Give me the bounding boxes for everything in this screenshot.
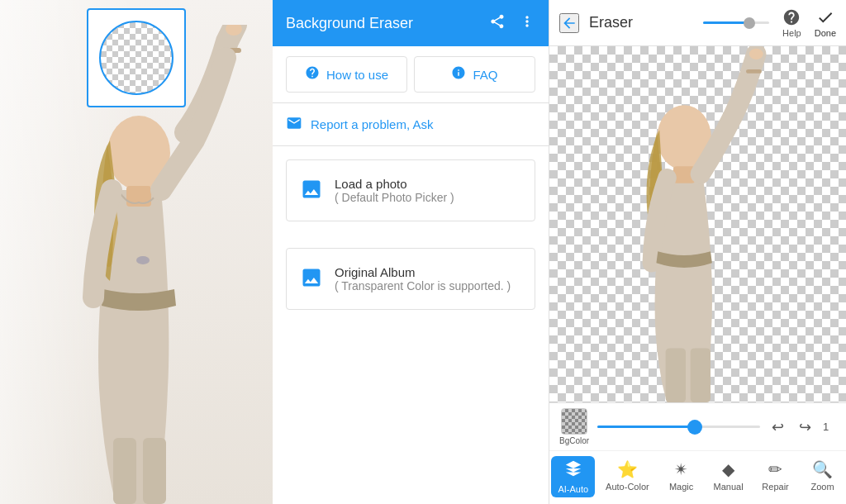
load-photo-subtitle: ( Default Photo Picker ): [335, 191, 454, 204]
tool-repair[interactable]: ✏ Repair: [754, 456, 797, 497]
more-icon[interactable]: [519, 13, 535, 34]
auto-color-icon: ⭐: [617, 459, 638, 479]
bgcolor-label: BgColor: [559, 436, 589, 445]
editor-header-right: Help Done: [703, 8, 836, 38]
photo-preview-panel: [0, 0, 273, 504]
original-album-card[interactable]: Original Album ( Transparent Color is su…: [286, 248, 535, 310]
load-photo-text: Load a photo ( Default Photo Picker ): [335, 177, 454, 204]
svg-rect-3: [126, 186, 151, 207]
tool-ai-auto[interactable]: AI-Auto: [551, 456, 595, 497]
editor-bottom-bar: BgColor ↩ ↪ 1 AI-Auto ⭐: [549, 402, 846, 504]
thumbnail-preview: [87, 8, 186, 107]
header-icons: [489, 13, 535, 34]
tool-manual[interactable]: ◆ Manual: [707, 456, 750, 497]
zoom-label: Zoom: [810, 482, 834, 492]
undo-button[interactable]: ↩: [768, 415, 787, 440]
manual-icon: ◆: [722, 459, 734, 479]
help-label: Help: [782, 28, 801, 38]
svg-point-6: [136, 256, 150, 264]
help-circle-icon: [305, 65, 320, 83]
bgcolor-control[interactable]: BgColor: [559, 408, 589, 445]
magic-label: Magic: [669, 482, 693, 492]
load-photo-title: Load a photo: [335, 177, 454, 191]
repair-icon: ✏: [768, 459, 782, 479]
tool-auto-color[interactable]: ⭐ Auto-Color: [599, 456, 656, 497]
faq-label: FAQ: [473, 68, 497, 82]
report-button[interactable]: Report a problem, Ask: [273, 103, 549, 146]
tools-row: AI-Auto ⭐ Auto-Color ✴ Magic ◆ Manual ✏ …: [549, 451, 846, 504]
editor-header: Eraser Help Done: [549, 0, 846, 46]
info-icon: [451, 65, 466, 83]
ai-auto-icon: [564, 459, 582, 482]
how-to-use-label: How to use: [326, 68, 388, 82]
load-photo-card[interactable]: Load a photo ( Default Photo Picker ): [286, 159, 535, 221]
magic-icon: ✴: [674, 459, 688, 479]
svg-point-9: [749, 49, 763, 59]
editor-canvas: [549, 46, 846, 402]
svg-rect-11: [665, 348, 685, 402]
ai-auto-label: AI-Auto: [558, 484, 588, 494]
menu-panel: Background Eraser How to use FAQ: [273, 0, 549, 504]
repair-label: Repair: [762, 482, 788, 492]
back-button[interactable]: [559, 13, 579, 33]
svg-rect-4: [113, 438, 136, 504]
size-slider[interactable]: [597, 426, 760, 428]
redo-button[interactable]: ↪: [796, 415, 815, 440]
menu-header: Background Eraser: [273, 0, 549, 46]
tool-zoom[interactable]: 🔍 Zoom: [801, 456, 844, 497]
share-icon[interactable]: [489, 13, 506, 34]
svg-rect-10: [746, 69, 762, 74]
zoom-icon: 🔍: [812, 459, 833, 479]
auto-color-label: Auto-Color: [606, 482, 649, 492]
image-load-icon: [300, 178, 323, 204]
editor-panel: Eraser Help Done: [549, 0, 846, 504]
mail-icon: [286, 115, 302, 134]
svg-rect-12: [690, 348, 710, 402]
tool-magic[interactable]: ✴ Magic: [660, 456, 703, 497]
done-label: Done: [815, 28, 836, 38]
faq-button[interactable]: FAQ: [414, 56, 535, 93]
slider-value: 1: [823, 421, 836, 433]
how-to-use-button[interactable]: How to use: [286, 56, 407, 93]
options-row: How to use FAQ: [273, 46, 549, 103]
bgcolor-swatch[interactable]: [561, 408, 587, 435]
original-album-subtitle: ( Transparent Color is supported. ): [335, 279, 511, 292]
svg-rect-5: [143, 438, 166, 504]
thumbnail-circle: [99, 21, 173, 95]
report-label: Report a problem, Ask: [311, 117, 433, 131]
editor-person-silhouette: [582, 46, 814, 402]
manual-label: Manual: [714, 482, 744, 492]
help-button[interactable]: Help: [782, 8, 801, 38]
editor-title: Eraser: [589, 14, 696, 31]
done-button[interactable]: Done: [815, 8, 836, 38]
app-title: Background Eraser: [286, 15, 413, 32]
album-icon: [300, 266, 323, 292]
original-album-text: Original Album ( Transparent Color is su…: [335, 265, 511, 292]
slider-row: BgColor ↩ ↪ 1: [549, 403, 846, 451]
original-album-title: Original Album: [335, 265, 511, 279]
